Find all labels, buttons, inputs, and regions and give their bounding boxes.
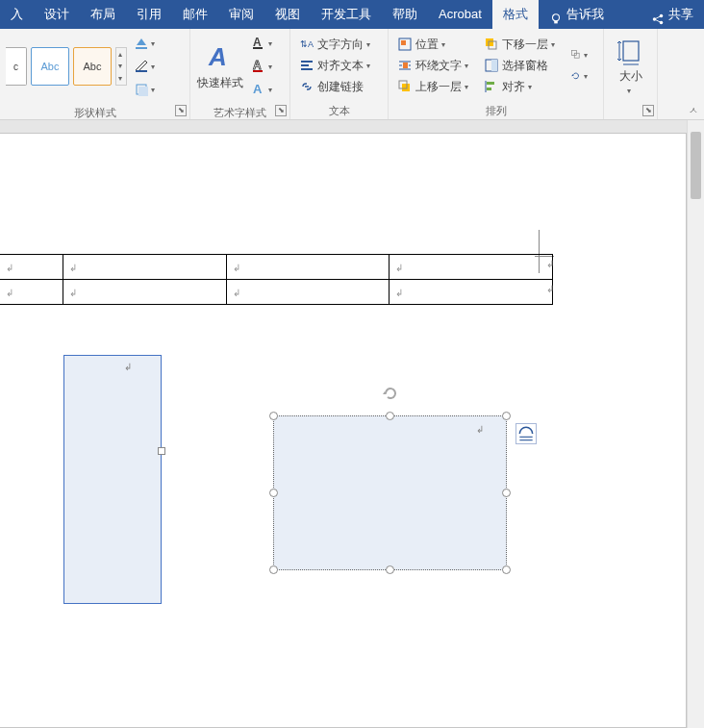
svg-rect-18: [301, 61, 313, 63]
table-row[interactable]: ↲ ↲ ↲ ↲: [0, 280, 553, 305]
paragraph-mark-icon: ↲: [124, 362, 132, 372]
tab-format[interactable]: 格式: [492, 0, 539, 29]
text-box-shape-1[interactable]: ↲: [63, 355, 162, 604]
align-text-button[interactable]: 对齐文本▾: [296, 55, 377, 76]
group-icon: [570, 47, 581, 63]
tab-acrobat[interactable]: Acrobat: [428, 0, 492, 29]
group-arrange: 位置▾ 环绕文字▾ 上移一层▾ 下移一层▾ 选择窗格 对齐▾ ▾ ▾ 排列: [389, 29, 604, 119]
document-area[interactable]: ↲ ↲ ↲ ↲ ↲ ↲ ↲ ↲ ↲ ↲ ↲ ↲: [0, 133, 687, 728]
resize-handle-sw[interactable]: [269, 565, 278, 574]
size-icon: [616, 36, 646, 66]
ribbon: c Abc Abc ▴▾▾ ▾ ▾ ▾ 形状样式 ⬊ A 快速样式 A▾ A▾ …: [0, 29, 704, 120]
scroll-thumb[interactable]: [691, 132, 701, 199]
svg-rect-1: [554, 21, 558, 24]
group-objects-button[interactable]: ▾: [567, 44, 592, 65]
svg-rect-30: [486, 38, 493, 46]
shape-style-1[interactable]: Abc: [31, 47, 69, 86]
vertical-scrollbar[interactable]: [687, 120, 704, 728]
align-icon: [484, 79, 499, 94]
tab-references[interactable]: 引用: [126, 0, 172, 29]
resize-handle-e[interactable]: [502, 489, 511, 497]
tab-devtools[interactable]: 开发工具: [311, 0, 382, 29]
collapse-ribbon-button[interactable]: ㅅ: [689, 104, 698, 117]
text-direction-icon: ⇅A: [299, 37, 314, 52]
tab-design[interactable]: 设计: [34, 0, 80, 29]
send-backward-button[interactable]: 下移一层▾: [481, 34, 562, 55]
svg-rect-36: [487, 88, 491, 90]
svg-rect-23: [403, 63, 408, 68]
svg-text:A: A: [253, 59, 262, 72]
size-launcher[interactable]: ⬊: [642, 105, 654, 116]
shape-fill-button[interactable]: ▾: [131, 33, 162, 54]
table-row[interactable]: ↲ ↲ ↲ ↲: [0, 255, 553, 280]
table[interactable]: ↲ ↲ ↲ ↲ ↲ ↲ ↲ ↲: [0, 254, 553, 305]
resize-handle-se[interactable]: [502, 565, 511, 574]
bring-forward-icon: [397, 79, 413, 94]
text-direction-button[interactable]: ⇅A文字方向▾: [296, 34, 377, 55]
lightbulb-icon: [549, 8, 563, 21]
text-outline-button[interactable]: A▾: [248, 56, 279, 77]
tab-layout[interactable]: 布局: [80, 0, 126, 29]
style-gallery-more[interactable]: ▴▾▾: [115, 47, 127, 86]
svg-rect-15: [253, 70, 263, 72]
wordart-quick-styles[interactable]: A 快速样式: [196, 35, 244, 98]
svg-text:⇅A: ⇅A: [300, 39, 314, 49]
svg-text:A: A: [208, 42, 227, 71]
wordart-launcher[interactable]: ⬊: [275, 105, 287, 116]
create-link-button[interactable]: 创建链接: [296, 76, 377, 97]
svg-rect-33: [491, 60, 497, 71]
wordart-icon: A: [205, 42, 236, 73]
resize-handle[interactable]: [158, 447, 165, 455]
tab-insert[interactable]: 入: [0, 0, 34, 29]
tab-review[interactable]: 审阅: [218, 0, 264, 29]
arrange-label: 排列: [389, 102, 603, 119]
tab-mail[interactable]: 邮件: [172, 0, 218, 29]
rotate-button[interactable]: ▾: [567, 65, 592, 87]
tab-share[interactable]: 共享: [641, 0, 704, 29]
paragraph-mark-icon: ↲: [476, 424, 484, 435]
text-effects-button[interactable]: A▾: [248, 79, 279, 100]
size-button[interactable]: 大小 ▾: [610, 34, 651, 97]
bring-forward-button[interactable]: 上移一层▾: [394, 76, 475, 97]
wrap-text-button[interactable]: 环绕文字▾: [394, 55, 475, 76]
shape-style-prev[interactable]: c: [6, 47, 27, 86]
align-text-icon: [299, 58, 314, 73]
layout-options-button[interactable]: [515, 423, 537, 444]
text-box-shape-2-selected[interactable]: ↲: [273, 415, 507, 570]
svg-text:A: A: [253, 36, 262, 49]
tab-view[interactable]: 视图: [264, 0, 311, 29]
svg-rect-28: [402, 84, 410, 91]
align-button[interactable]: 对齐▾: [481, 76, 562, 97]
tab-tellme[interactable]: 告诉我: [539, 0, 615, 29]
outline-icon: [134, 59, 149, 74]
resize-handle-s[interactable]: [386, 565, 394, 574]
shape-style-2[interactable]: Abc: [73, 47, 112, 86]
shape-styles-launcher[interactable]: ⬊: [175, 105, 187, 116]
text-fill-button[interactable]: A▾: [248, 33, 279, 54]
effects-icon: [134, 82, 149, 97]
resize-handle-ne[interactable]: [502, 412, 511, 420]
shape-outline-button[interactable]: ▾: [131, 56, 162, 77]
svg-rect-35: [487, 82, 494, 85]
tab-help[interactable]: 帮助: [382, 0, 428, 29]
group-text: ⇅A文字方向▾ 对齐文本▾ 创建链接 文本: [290, 29, 389, 119]
group-size: 大小 ▾ ⬊: [604, 29, 658, 119]
text-group-label: 文本: [290, 102, 388, 119]
svg-line-6: [655, 19, 662, 23]
svg-rect-19: [301, 64, 309, 66]
resize-handle-n[interactable]: [386, 412, 394, 420]
selection-pane-button[interactable]: 选择窗格: [481, 55, 562, 76]
position-button[interactable]: 位置▾: [394, 34, 475, 55]
tellme-label: 告诉我: [566, 0, 604, 29]
group-wordart-styles: A 快速样式 A▾ A▾ A▾ 艺术字样式 ⬊: [190, 29, 290, 119]
rotation-handle[interactable]: [382, 385, 399, 402]
text-fill-icon: A: [251, 36, 266, 51]
svg-rect-13: [253, 47, 263, 49]
shape-effects-button[interactable]: ▾: [131, 79, 162, 100]
wrap-icon: [397, 58, 413, 73]
svg-line-5: [655, 16, 662, 20]
resize-handle-w[interactable]: [269, 489, 278, 497]
share-label: 共享: [668, 0, 693, 29]
resize-handle-nw[interactable]: [269, 412, 278, 420]
svg-rect-39: [623, 41, 639, 61]
